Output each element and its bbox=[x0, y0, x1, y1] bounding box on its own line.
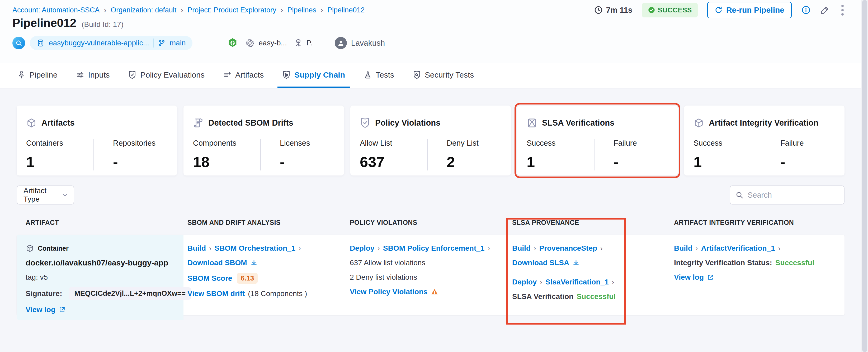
scrollbar-thumb[interactable] bbox=[862, 0, 867, 352]
view-sbom-drift-link[interactable]: View SBOM drift bbox=[187, 289, 245, 298]
trigger-name: easy-b... bbox=[258, 39, 287, 47]
page-header: Account: Automation-SSCA › Organization:… bbox=[0, 0, 868, 63]
signature-label: Signature: bbox=[26, 289, 62, 298]
artifact-type: Container bbox=[38, 245, 69, 252]
tab-label: Pipeline bbox=[29, 70, 58, 79]
stat-value: 18 bbox=[193, 153, 260, 170]
trigger-user: P. bbox=[294, 38, 313, 47]
view-policy-violations-link[interactable]: View Policy Violations bbox=[350, 288, 428, 296]
stat-label: Success bbox=[527, 139, 594, 148]
chevron-right-icon: › bbox=[488, 244, 490, 253]
stage-link[interactable]: Deploy bbox=[350, 244, 374, 253]
breadcrumb-project[interactable]: Project: Product Exploratory bbox=[187, 6, 276, 14]
signature-value[interactable]: MEQCICde2Vjl...L+2+mqnOXw== bbox=[69, 287, 191, 300]
vertical-scrollbar[interactable] bbox=[861, 0, 868, 352]
chevron-right-icon: › bbox=[778, 244, 781, 253]
integrity-status-label: Integrity Verification Status: bbox=[674, 259, 772, 267]
stat-value: 1 bbox=[693, 153, 761, 170]
artifacts-table-header: ARTIFACT SBOM AND DRIFT ANALYSIS POLICY … bbox=[17, 219, 844, 226]
tab-inputs[interactable]: Inputs bbox=[71, 63, 115, 88]
status-label: SUCCESS bbox=[658, 6, 692, 14]
download-icon bbox=[572, 259, 580, 266]
cube-icon bbox=[693, 118, 704, 128]
external-link-icon bbox=[707, 274, 714, 281]
user-avatar bbox=[335, 37, 347, 49]
stage-link[interactable]: Build bbox=[512, 244, 531, 253]
rerun-pipeline-button[interactable]: Re-run Pipeline bbox=[707, 2, 792, 18]
breadcrumb-pipeline012[interactable]: Pipeline012 bbox=[327, 6, 365, 14]
page-title: Pipeline012 bbox=[12, 17, 76, 30]
policy-violations-cell: Deploy › SBOM Policy Enforcement_1 › 637… bbox=[346, 235, 508, 320]
artifact-tag: tag: v5 bbox=[26, 273, 48, 282]
stat-label: Failure bbox=[614, 139, 670, 148]
tab-label: Policy Evaluations bbox=[140, 70, 204, 79]
search-input[interactable] bbox=[748, 191, 839, 199]
tab-artifacts[interactable]: Artifacts bbox=[218, 63, 269, 88]
tab-label: Security Tests bbox=[425, 70, 474, 79]
chevron-right-icon: › bbox=[540, 278, 542, 286]
card-detected-sbom-drifts: Detected SBOM Drifts Components 18 Licen… bbox=[184, 105, 344, 175]
tab-label: Artifacts bbox=[235, 70, 264, 79]
stage-link[interactable]: Build bbox=[187, 244, 206, 253]
card-title-text: SLSA Verifications bbox=[542, 118, 615, 128]
view-log-link[interactable]: View log bbox=[26, 306, 56, 314]
repo-branch-pill[interactable]: easybuggy-vulnerable-applic... main bbox=[30, 36, 192, 50]
trigger-status bbox=[227, 37, 238, 49]
tab-label: Supply Chain bbox=[294, 70, 345, 79]
stat-value: 2 bbox=[447, 153, 503, 170]
artifact-table-row: Container docker.io/lavakush07/easy-bugg… bbox=[17, 235, 844, 315]
breadcrumb-pipelines[interactable]: Pipelines bbox=[287, 6, 316, 14]
artifact-type-select[interactable]: Artifact Type bbox=[17, 186, 74, 204]
warning-icon bbox=[431, 288, 438, 295]
step-link[interactable]: ArtifactVerification_1 bbox=[701, 244, 775, 253]
tab-security-tests[interactable]: Security Tests bbox=[408, 63, 478, 88]
more-options-button[interactable] bbox=[841, 5, 844, 15]
build-duration: 7m 11s bbox=[594, 5, 632, 14]
column-header-sbom: SBOM AND DRIFT ANALYSIS bbox=[184, 219, 346, 226]
user-name: Lavakush bbox=[351, 38, 385, 47]
step-link[interactable]: ProvenanceStep bbox=[539, 244, 597, 253]
slsa-status-label: SLSA Verification bbox=[512, 292, 574, 301]
external-link-icon bbox=[59, 306, 65, 313]
card-title-text: Artifacts bbox=[41, 118, 75, 128]
tab-policy-evaluations[interactable]: Policy Evaluations bbox=[123, 63, 209, 88]
search-box bbox=[730, 186, 844, 204]
tab-tests[interactable]: Tests bbox=[359, 63, 399, 88]
tab-pipeline[interactable]: Pipeline bbox=[12, 63, 62, 88]
chevron-right-icon: › bbox=[377, 244, 380, 253]
view-log-link[interactable]: View log bbox=[674, 273, 704, 282]
slsa-provenance-cell: Build › ProvenanceStep › Download SLSA D… bbox=[508, 235, 670, 320]
trigger-pipeline[interactable]: easy-b... bbox=[245, 38, 287, 48]
tab-label: Inputs bbox=[88, 70, 110, 79]
meta-divider bbox=[327, 36, 327, 51]
sbom-cell: Build › SBOM Orchestration_1 › Download … bbox=[184, 235, 346, 320]
check-circle-icon bbox=[648, 6, 655, 14]
info-button[interactable] bbox=[801, 5, 811, 15]
chevron-right-icon: › bbox=[299, 244, 301, 253]
run-tabs: Pipeline Inputs Policy Evaluations Artif… bbox=[0, 63, 868, 88]
stage-link[interactable]: Deploy bbox=[512, 278, 537, 286]
edit-pipeline-button[interactable] bbox=[820, 5, 830, 15]
step-link[interactable]: SBOM Orchestration_1 bbox=[215, 244, 296, 253]
clock-icon bbox=[594, 5, 603, 14]
step-link[interactable]: SlsaVerification_1 bbox=[546, 278, 609, 286]
trigger-abbrev: P. bbox=[307, 39, 313, 47]
tab-label: Tests bbox=[376, 70, 394, 79]
stat-label: Allow List bbox=[360, 139, 427, 148]
step-link[interactable]: SBOM Policy Enforcement_1 bbox=[383, 244, 485, 253]
download-sbom-link[interactable]: Download SBOM bbox=[187, 259, 247, 267]
breadcrumb-organization[interactable]: Organization: default bbox=[111, 6, 176, 14]
duration-value: 7m 11s bbox=[606, 5, 632, 14]
sbom-score-link[interactable]: SBOM Score bbox=[187, 274, 232, 283]
cube-icon bbox=[26, 118, 37, 128]
download-slsa-link[interactable]: Download SLSA bbox=[512, 259, 569, 267]
tab-supply-chain[interactable]: Supply Chain bbox=[277, 63, 350, 88]
sbom-score-badge: 6.13 bbox=[237, 273, 258, 284]
stage-link[interactable]: Build bbox=[674, 244, 692, 253]
branch-name: main bbox=[170, 39, 186, 47]
card-policy-violations: Policy Violations Allow List 637 Deny Li… bbox=[350, 105, 511, 175]
breadcrumb-account[interactable]: Account: Automation-SSCA bbox=[12, 6, 99, 14]
refresh-icon bbox=[715, 6, 722, 14]
stat-value: - bbox=[614, 153, 670, 170]
stat-label: Licenses bbox=[280, 139, 336, 148]
